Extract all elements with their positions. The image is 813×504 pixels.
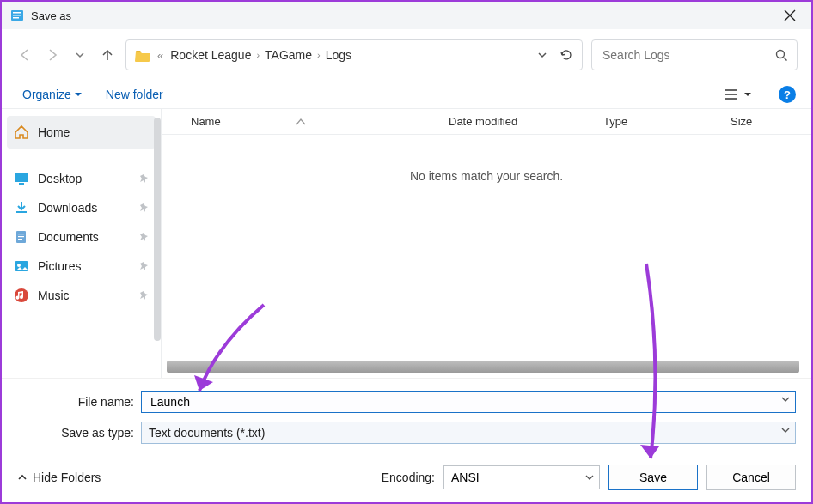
- chevron-down-icon: [585, 473, 594, 482]
- breadcrumb: Rocket League › TAGame › Logs: [170, 48, 530, 62]
- encoding-label: Encoding:: [382, 471, 435, 484]
- column-size[interactable]: Size: [730, 115, 811, 128]
- empty-message: No items match your search.: [162, 135, 811, 361]
- sidebar-item-label: Downloads: [38, 201, 97, 215]
- documents-icon: [14, 229, 29, 245]
- svg-rect-6: [19, 183, 24, 185]
- chevron-down-icon[interactable]: [781, 395, 790, 404]
- refresh-button[interactable]: [559, 48, 573, 62]
- address-bar[interactable]: « Rocket League › TAGame › Logs: [125, 39, 583, 70]
- toolbar: Organize New folder ?: [2, 81, 811, 108]
- close-button[interactable]: [777, 6, 803, 25]
- file-pane: Name Date modified Type Size No items ma…: [162, 109, 811, 378]
- titlebar: Save as: [2, 2, 811, 29]
- horizontal-scrollbar[interactable]: [167, 361, 799, 373]
- search-input[interactable]: [601, 47, 774, 63]
- svg-point-13: [15, 288, 28, 302]
- savetype-combo[interactable]: Text documents (*.txt): [141, 422, 796, 444]
- home-icon: [14, 124, 29, 140]
- forward-button[interactable]: [43, 46, 62, 64]
- column-date[interactable]: Date modified: [449, 115, 603, 128]
- column-headers: Name Date modified Type Size: [162, 109, 811, 135]
- filename-field[interactable]: [141, 391, 796, 413]
- sidebar-item-label: Desktop: [38, 172, 82, 185]
- svg-point-12: [17, 264, 21, 267]
- svg-rect-3: [13, 17, 19, 19]
- save-button-label: Save: [639, 471, 667, 484]
- column-label: Date modified: [449, 115, 517, 128]
- view-menu[interactable]: [722, 87, 755, 102]
- pin-icon: [139, 233, 149, 242]
- sidebar-item-label: Pictures: [38, 259, 82, 273]
- sidebar-item-home[interactable]: Home: [7, 116, 156, 149]
- filename-label: File name:: [17, 395, 134, 409]
- breadcrumb-sep-first: «: [157, 49, 163, 62]
- sidebar-item-pictures[interactable]: Pictures: [2, 252, 161, 281]
- sidebar-item-music[interactable]: Music: [2, 281, 161, 310]
- chevron-up-icon: [17, 472, 28, 483]
- chevron-down-icon[interactable]: [781, 426, 790, 434]
- music-icon: [14, 288, 29, 303]
- encoding-select[interactable]: ANSI: [443, 465, 600, 489]
- up-button[interactable]: [98, 46, 117, 64]
- sidebar-item-label: Home: [38, 125, 70, 139]
- sidebar-item-label: Music: [38, 288, 70, 302]
- hide-folders-label: Hide Folders: [33, 471, 101, 484]
- pin-icon: [139, 291, 149, 301]
- svg-rect-8: [18, 234, 24, 234]
- breadcrumb-item[interactable]: Rocket League: [170, 48, 251, 62]
- nav-row: « Rocket League › TAGame › Logs: [2, 29, 811, 81]
- sort-indicator-icon: [296, 118, 305, 125]
- pictures-icon: [14, 258, 29, 274]
- help-button[interactable]: ?: [779, 86, 796, 103]
- cancel-button-label: Cancel: [732, 471, 770, 484]
- column-label: Name: [191, 115, 221, 128]
- search-box[interactable]: [591, 39, 798, 70]
- save-form: File name: Save as type: Text documents …: [2, 378, 811, 456]
- hide-folders-button[interactable]: Hide Folders: [17, 471, 101, 484]
- encoding-value: ANSI: [451, 471, 480, 484]
- svg-rect-10: [18, 239, 22, 240]
- organize-menu[interactable]: Organize: [22, 88, 82, 101]
- svg-rect-2: [13, 15, 21, 16]
- new-folder-button[interactable]: New folder: [106, 88, 163, 101]
- svg-rect-1: [13, 12, 21, 14]
- search-icon: [774, 48, 788, 62]
- filename-input[interactable]: [149, 394, 788, 410]
- column-label: Size: [730, 115, 752, 128]
- address-dropdown[interactable]: [537, 50, 547, 60]
- footer: Hide Folders Encoding: ANSI Save Cancel: [2, 456, 811, 502]
- breadcrumb-item[interactable]: TAGame: [265, 48, 312, 62]
- chevron-right-icon: ›: [317, 50, 321, 60]
- column-name[interactable]: Name: [191, 115, 449, 128]
- desktop-icon: [14, 171, 29, 186]
- sidebar: Home Desktop Downloads Documents: [2, 109, 162, 378]
- recent-locations-dropdown[interactable]: [70, 46, 89, 64]
- svg-rect-5: [15, 173, 28, 182]
- pin-icon: [139, 203, 149, 213]
- column-label: Type: [603, 115, 627, 128]
- svg-point-4: [777, 51, 785, 58]
- cancel-button[interactable]: Cancel: [706, 465, 796, 490]
- savetype-label: Save as type:: [17, 426, 134, 440]
- savetype-value: Text documents (*.txt): [149, 426, 265, 440]
- sidebar-item-documents[interactable]: Documents: [2, 222, 161, 252]
- sidebar-item-label: Documents: [38, 230, 99, 244]
- organize-label: Organize: [22, 88, 71, 101]
- sidebar-item-downloads[interactable]: Downloads: [2, 193, 161, 222]
- column-type[interactable]: Type: [603, 115, 730, 128]
- window-title: Save as: [31, 9, 777, 22]
- folder-icon: [135, 49, 150, 62]
- pin-icon: [139, 262, 149, 271]
- sidebar-item-desktop[interactable]: Desktop: [2, 164, 161, 193]
- downloads-icon: [14, 200, 29, 216]
- app-icon: [10, 9, 24, 22]
- svg-rect-9: [18, 236, 24, 237]
- pin-icon: [139, 174, 149, 184]
- chevron-right-icon: ›: [256, 50, 260, 60]
- breadcrumb-item[interactable]: Logs: [326, 48, 351, 62]
- sidebar-scrollbar[interactable]: [154, 118, 161, 341]
- back-button[interactable]: [15, 46, 34, 64]
- save-button[interactable]: Save: [608, 465, 698, 490]
